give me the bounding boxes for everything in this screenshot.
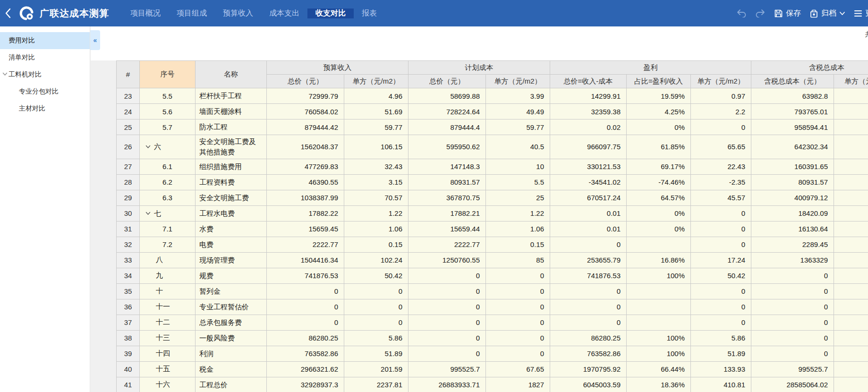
- budget-unit-cell: 2237.81: [344, 377, 408, 392]
- table-row[interactable]: 34九规费741876.5350.4200741876.53100%50.420: [117, 268, 868, 283]
- table-row[interactable]: 33八现场管理费1504416.34102.241250760.55852536…: [117, 252, 868, 268]
- col-header-name[interactable]: 名称: [196, 61, 267, 88]
- plan-unit-cell: 0: [486, 283, 550, 299]
- budget-total-cell: 1038387.99: [267, 190, 344, 205]
- table-row[interactable]: 41十六工程总价32928937.32237.8126883933.711827…: [117, 377, 868, 392]
- table-header: # 序号 名称 预算收入计划成本盈利含税总成本 总价（元）单方（元/m2）总价（…: [117, 61, 868, 88]
- row-expand-chevron-icon[interactable]: [145, 209, 151, 217]
- sidebar-item-label: 主材对比: [19, 104, 45, 113]
- col-subheader[interactable]: 单方（元/m2）: [486, 75, 550, 88]
- table-row[interactable]: 40十五税金2966321.62201.59995525.767.6519707…: [117, 361, 868, 377]
- col-header-seq[interactable]: 序号: [140, 61, 196, 88]
- sidebar-item[interactable]: 清单对比: [0, 49, 90, 66]
- topbar-tab[interactable]: 项目概况: [122, 9, 169, 18]
- profit-unit-cell: 2.2: [691, 104, 751, 119]
- table-row[interactable]: 37十二总承包服务费0000000: [117, 315, 868, 330]
- back-button[interactable]: [0, 8, 16, 18]
- table-row[interactable]: 276.1组织措施费用477269.8332.43147148.31033012…: [117, 159, 868, 174]
- topbar-tab[interactable]: 成本支出: [261, 9, 307, 18]
- table-row[interactable]: 35十暂列金0000000: [117, 283, 868, 299]
- save-button[interactable]: 保存: [774, 9, 801, 18]
- table-row[interactable]: 255.7防水工程879444.4259.77879444.459.770.02…: [117, 119, 868, 135]
- row-seq-cell: 6.1: [140, 159, 196, 174]
- undo-button[interactable]: [736, 9, 747, 17]
- col-group-header[interactable]: 盈利: [550, 61, 751, 75]
- col-subheader[interactable]: 单方（元/m2）: [691, 75, 751, 88]
- profit-ratio-cell: 0%: [627, 221, 691, 237]
- col-group-header[interactable]: 计划成本: [408, 61, 550, 75]
- row-seq-cell: 八: [140, 252, 196, 268]
- table-row[interactable]: 296.3安全文明施工费1038387.9970.57367870.752567…: [117, 190, 868, 205]
- table-row[interactable]: 235.5栏杆扶手工程72999.794.9658699.883.9914299…: [117, 88, 868, 104]
- table-row[interactable]: 38十三一般风险费86280.255.860086280.25100%5.860: [117, 330, 868, 346]
- profit-unit-cell: 0: [691, 315, 751, 330]
- profit-unit-cell: 17.24: [691, 252, 751, 268]
- budget-total-cell: 86280.25: [267, 330, 344, 346]
- table-row[interactable]: 286.2工程资料费46390.553.1580931.575.5-34541.…: [117, 174, 868, 190]
- row-index-cell: 40: [117, 361, 140, 377]
- row-expand-chevron-icon[interactable]: [145, 142, 151, 150]
- profit-total-cell: 0: [550, 237, 627, 252]
- col-group-header[interactable]: 预算收入: [267, 61, 408, 75]
- row-index-cell: 32: [117, 237, 140, 252]
- profit-unit-cell: 50.42: [691, 268, 751, 283]
- row-seq-label: 十三: [156, 333, 170, 341]
- table-row[interactable]: 26六安全文明施工费及其他措施费1562048.37106.15595950.6…: [117, 135, 868, 159]
- profit-total-cell: 0: [550, 299, 627, 315]
- col-subheader[interactable]: 总价（元）: [267, 75, 344, 88]
- sidebar-item[interactable]: 费用对比: [0, 32, 90, 49]
- row-seq-label: 5.5: [162, 92, 172, 100]
- tax-total-cell: 793765.01: [751, 104, 834, 119]
- tax-total-cell: 0: [751, 346, 834, 361]
- tax-unit-cell: [834, 190, 868, 205]
- app-title: 广联达成本测算: [37, 7, 122, 20]
- budget-unit-cell: 32.43: [344, 159, 408, 174]
- archive-button[interactable]: 归档: [809, 9, 845, 18]
- row-seq-label: 7.1: [162, 225, 172, 233]
- chevron-down-icon[interactable]: [2, 72, 8, 76]
- tax-unit-cell: [834, 221, 868, 237]
- row-seq-cell: 十五: [140, 361, 196, 377]
- profit-total-cell: 86280.25: [550, 330, 627, 346]
- table-row[interactable]: 245.6墙面天棚涂料760584.0251.69728224.6449.493…: [117, 104, 868, 119]
- sidebar-item-label: 清单对比: [9, 53, 35, 62]
- col-subheader[interactable]: 含税总成本（元）: [751, 75, 834, 88]
- profit-unit-cell: 45.57: [691, 190, 751, 205]
- topbar-tab[interactable]: 项目组成: [169, 9, 215, 18]
- table-row[interactable]: 327.2电费2222.770.152222.770.15002289.45: [117, 237, 868, 252]
- table-row[interactable]: 39十四利润763582.8651.8900763582.86100%51.89…: [117, 346, 868, 361]
- row-seq-cell: 5.5: [140, 88, 196, 104]
- row-index-cell: 35: [117, 283, 140, 299]
- row-seq-label: 十六: [156, 380, 170, 388]
- row-index-cell: 38: [117, 330, 140, 346]
- redo-button[interactable]: [755, 9, 766, 17]
- row-name-cell: 暂列金: [196, 283, 267, 299]
- row-index-cell: 30: [117, 205, 140, 221]
- sidebar-item[interactable]: 专业分包对比: [0, 83, 90, 100]
- col-subheader[interactable]: 占比=盈利/收入: [627, 75, 691, 88]
- budget-total-cell: 0: [267, 315, 344, 330]
- more-menu-button[interactable]: 更: [854, 9, 868, 18]
- topbar-tab[interactable]: 报表: [354, 9, 385, 18]
- table-row[interactable]: 36十一专业工程暂估价0000000: [117, 299, 868, 315]
- budget-unit-cell: 106.15: [344, 135, 408, 159]
- topbar-tab[interactable]: 收支对比: [307, 9, 354, 18]
- row-seq-label: 八: [156, 256, 163, 264]
- table-row[interactable]: 317.1水费15659.451.0615659.441.060.010%016…: [117, 221, 868, 237]
- profit-ratio-cell: [627, 315, 691, 330]
- plan-unit-cell: 49.49: [486, 104, 550, 119]
- topbar-tab[interactable]: 预算收入: [215, 9, 261, 18]
- row-seq-cell: 5.7: [140, 119, 196, 135]
- col-subheader[interactable]: 单方（元/m2）: [834, 75, 868, 88]
- col-header-index[interactable]: #: [117, 61, 140, 88]
- sidebar-item[interactable]: 主材对比: [0, 100, 90, 117]
- col-group-header[interactable]: 含税总成本: [751, 61, 868, 75]
- col-subheader[interactable]: 总价=收入-成本: [550, 75, 627, 88]
- sidebar-item[interactable]: 工料机对比: [0, 66, 90, 83]
- sidebar-collapse-button[interactable]: «: [90, 30, 100, 50]
- col-subheader[interactable]: 总价（元）: [408, 75, 486, 88]
- plan-total-cell: 1250760.55: [408, 252, 486, 268]
- table-row[interactable]: 30七工程水电费17882.221.2217882.211.220.010%01…: [117, 205, 868, 221]
- plan-unit-cell: 0: [486, 330, 550, 346]
- col-subheader[interactable]: 单方（元/m2）: [344, 75, 408, 88]
